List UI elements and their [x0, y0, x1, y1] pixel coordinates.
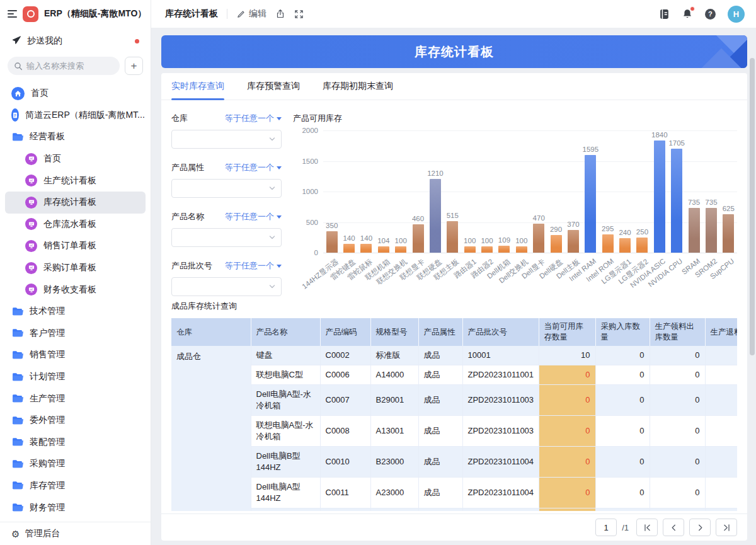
notifications-icon[interactable]	[682, 8, 693, 20]
sidebar-item-2[interactable]: 经营看板	[5, 126, 146, 148]
sidebar-item-label: 销售订单看板	[43, 240, 96, 251]
sidebar-item-1[interactable]: 简道云ERP（精细版-离散MT...	[5, 105, 146, 127]
dashboard-icon	[25, 218, 37, 230]
bar-SRAM[interactable]	[689, 208, 700, 253]
scrollbar-thumb[interactable]	[750, 58, 755, 355]
search-input[interactable]: 输入名称来搜索	[8, 57, 120, 75]
sidebar-item-12[interactable]: 销售管理	[5, 344, 146, 366]
sidebar-item-label: 财务管理	[30, 502, 65, 513]
stock-table: 仓库产品名称产品编码规格型号产品属性产品批次号当前可用库存数量采购入库数量生产领…	[171, 318, 737, 511]
filter-value-select[interactable]	[171, 130, 282, 149]
bar-NVIDIA ASIC[interactable]	[654, 141, 665, 253]
cell-production_out: 0	[650, 416, 705, 447]
sidebar-item-14[interactable]: 生产管理	[5, 387, 146, 410]
warehouse-cell: 成品仓	[171, 346, 251, 511]
help-icon[interactable]: ?	[704, 8, 716, 20]
bar-Dell交换机[interactable]	[516, 246, 527, 253]
bar-Dell机箱[interactable]	[498, 246, 510, 253]
filter-value-select[interactable]	[171, 277, 282, 296]
filter-value-select[interactable]	[171, 179, 282, 198]
sidebar-item-17[interactable]: 采购管理	[5, 453, 146, 475]
collapse-sidebar-icon[interactable]	[8, 8, 17, 20]
sidebar-item-7[interactable]: 销售订单看板	[5, 235, 146, 257]
copied-to-me-label: 抄送我的	[27, 35, 62, 47]
sidebar-item-11[interactable]: 客户管理	[5, 323, 146, 345]
sidebar-item-label: 生产管理	[30, 393, 65, 404]
bar-联想交换机[interactable]	[395, 246, 406, 253]
bar-联想显卡[interactable]	[413, 224, 424, 253]
avatar[interactable]: H	[728, 6, 745, 23]
bar-Intel RAM[interactable]	[585, 155, 596, 253]
cell-purchase_in	[595, 508, 650, 512]
bar-LG显示器1[interactable]	[619, 238, 631, 253]
bar-路由器2[interactable]	[481, 246, 493, 253]
share-button[interactable]	[275, 9, 285, 19]
folder-icon	[11, 415, 23, 427]
first-page-button[interactable]	[636, 519, 658, 536]
bar-Dell硬盘[interactable]	[551, 235, 562, 253]
last-page-button[interactable]	[716, 519, 737, 536]
sidebar-item-label: 财务收支看板	[43, 284, 96, 295]
fullscreen-button[interactable]	[294, 9, 304, 19]
sidebar-item-5[interactable]: 库存统计看板	[5, 192, 146, 214]
prev-page-button[interactable]	[663, 519, 684, 536]
tab-2[interactable]: 库存期初期末查询	[323, 81, 393, 100]
filter-operator-dropdown[interactable]: 等于任意一个	[225, 211, 282, 222]
bar-雷蛇键盘[interactable]	[343, 244, 355, 253]
sidebar-item-8[interactable]: 采购订单看板	[5, 257, 146, 279]
copied-to-me-item[interactable]: 抄送我的	[8, 33, 143, 49]
sidebar-item-18[interactable]: 库存管理	[5, 475, 146, 497]
sidebar-item-9[interactable]: 财务收支看板	[5, 278, 146, 301]
sidebar-item-4[interactable]: 生产统计看板	[5, 169, 146, 192]
pagination-bar: 1 /1	[161, 513, 747, 541]
column-header-2: 产品编码	[320, 318, 370, 346]
page-number-input[interactable]: 1	[595, 519, 617, 536]
column-header-7: 采购入库数量	[595, 318, 650, 346]
cell-available	[539, 508, 595, 512]
admin-console-item[interactable]: ⚙ 管理后台	[0, 522, 151, 545]
chart-title: 产品可用库存	[293, 113, 737, 124]
filter-operator-dropdown[interactable]: 等于任意一个	[225, 113, 282, 124]
bar-SupCPU[interactable]	[723, 214, 734, 253]
filter-3: 产品批次号等于任意一个	[171, 260, 282, 296]
y-tick-label: 2000	[302, 127, 318, 134]
stock-table-head: 仓库产品名称产品编码规格型号产品属性产品批次号当前可用库存数量采购入库数量生产领…	[171, 318, 737, 346]
tab-1[interactable]: 库存预警查询	[247, 81, 300, 100]
sidebar-item-10[interactable]: 技术管理	[5, 301, 146, 323]
chart-plot: 0500100015002000 35014014010410046012105…	[323, 130, 737, 253]
filter-label: 产品批次号	[171, 260, 212, 272]
sidebar-item-16[interactable]: 装配管理	[5, 432, 146, 454]
cell-name: Dell电脑B型 144HZ	[251, 447, 320, 478]
bar-雷蛇鼠标[interactable]	[360, 244, 372, 253]
sidebar-item-13[interactable]: 计划管理	[5, 366, 146, 388]
bar-路由器1[interactable]	[464, 246, 476, 253]
admin-console-label: 管理后台	[25, 528, 60, 539]
page-title: 库存统计看板	[165, 8, 218, 20]
filter-operator-dropdown[interactable]: 等于任意一个	[225, 260, 282, 272]
filter-value-select[interactable]	[171, 228, 282, 247]
edit-button[interactable]: 编辑	[236, 8, 266, 20]
column-header-6: 当前可用库存数量	[539, 318, 595, 346]
sidebar-item-19[interactable]: 财务管理	[5, 496, 146, 519]
bar-value-label: 250	[627, 228, 656, 236]
filter-operator-dropdown[interactable]: 等于任意一个	[225, 162, 282, 173]
bar-联想机箱[interactable]	[378, 246, 389, 253]
bar-LG显示器2[interactable]	[636, 238, 648, 253]
cell-code: C0007	[320, 385, 370, 416]
bar-Intel ROM[interactable]	[602, 234, 614, 253]
cell-batch: ZPD20231011001	[462, 365, 539, 385]
tab-0[interactable]: 实时库存查询	[171, 81, 224, 100]
contacts-icon[interactable]	[658, 8, 670, 20]
pencil-icon	[236, 9, 246, 19]
add-button[interactable]: +	[125, 57, 143, 75]
fullscreen-icon	[294, 9, 304, 19]
sidebar-item-0[interactable]: 首页	[5, 83, 146, 105]
bar-Dell主板[interactable]	[568, 230, 579, 253]
filter-label: 仓库	[171, 113, 188, 124]
cell-spec: B23000	[370, 447, 418, 478]
next-page-button[interactable]	[689, 519, 711, 536]
sidebar-item-6[interactable]: 仓库流水看板	[5, 214, 146, 236]
sidebar-item-15[interactable]: 委外管理	[5, 410, 146, 432]
sidebar-item-3[interactable]: 首页	[5, 148, 146, 170]
bar-SROM2[interactable]	[706, 208, 717, 253]
